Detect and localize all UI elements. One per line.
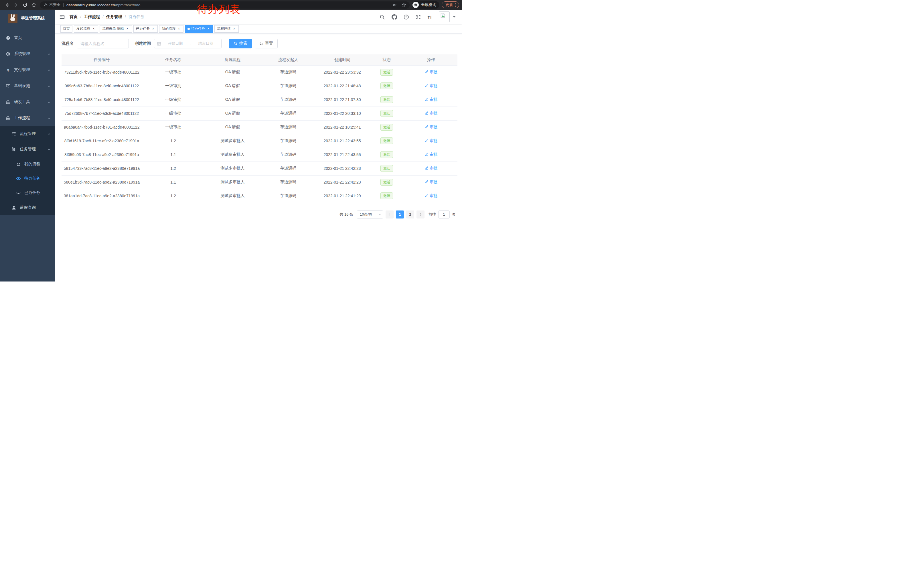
navbar: 首页/工作流程/任务管理/待办任务 TT [55,10,462,24]
tab-label: 我的流程 [162,26,176,31]
browser-update-button[interactable]: 更新 [442,2,459,8]
avatar-caret-icon[interactable] [453,16,456,19]
bookmark-star-icon[interactable] [402,3,406,7]
approve-button[interactable]: 审批 [425,125,438,130]
approve-button[interactable]: 审批 [425,138,438,144]
sidebar-item-org-tree[interactable]: 任务管理 [0,141,55,157]
approve-button[interactable]: 审批 [425,180,438,185]
password-key-icon[interactable] [393,3,397,7]
sidebar-item-user[interactable]: 请假查询 [0,200,55,215]
status-cell: 激活 [369,93,405,107]
text-size-icon[interactable]: TT [428,15,432,19]
approve-button[interactable]: 审批 [425,111,438,116]
browser-menu-icon[interactable] [455,3,456,7]
breadcrumb-item[interactable]: 首页 [69,14,78,20]
process-cell: 测试多审批人 [204,189,261,203]
github-icon[interactable] [392,14,397,20]
sidebar-item-yen[interactable]: ¥支付管理 [0,62,55,78]
incognito-label: 无痕模式 [421,2,436,8]
url-text[interactable]: dashboard.yudao.iocoder.cn/bpm/task/todo [66,3,390,7]
task-name-cell: 1.2 [142,162,205,175]
created-cell: 2022-01-21 22:42:23 [316,162,369,175]
end-date-input[interactable]: 结束日期 [193,41,219,46]
close-icon[interactable]: × [177,27,181,31]
reload-icon[interactable] [22,3,27,8]
update-label[interactable]: 更新 [446,2,453,8]
tab-active[interactable]: 待办任务× [185,25,213,33]
tab-item[interactable]: 首页 [60,25,72,33]
initiator-cell: 芋道源码 [261,175,316,189]
date-range-picker[interactable]: 开始日期 - 结束日期 [154,39,222,48]
tab-item[interactable]: 已办任务× [134,25,158,33]
close-icon[interactable]: × [206,27,210,31]
avatar[interactable] [439,12,450,23]
sidebar-item-toolbox[interactable]: 研发工具 [0,94,55,110]
edit-icon [425,180,429,185]
app-title: 芋道管理系统 [21,16,45,21]
app-logo[interactable]: 芋道管理系统 [0,10,55,27]
sidebar-item-eye-closed[interactable]: 已办任务 [0,186,55,200]
tab-item[interactable]: 我的流程× [159,25,183,33]
approve-button[interactable]: 审批 [425,193,438,198]
approve-button[interactable]: 审批 [425,166,438,171]
fullscreen-icon[interactable] [416,14,421,20]
question-icon[interactable] [404,14,409,20]
tab-item[interactable]: 流程详情× [214,25,239,33]
close-icon[interactable]: × [125,27,129,31]
tab-label: 流程表单-编辑 [102,26,124,31]
sidebar-item-dashboard[interactable]: 首页 [0,30,55,46]
initiator-cell: 芋道源码 [261,189,316,203]
initiator-cell: 芋道源码 [261,107,316,120]
next-page-button[interactable] [417,210,424,219]
sidebar-item-monitor[interactable]: 基础设施 [0,78,55,94]
approve-button[interactable]: 审批 [425,70,438,75]
edit-icon [425,111,429,116]
goto-page-input[interactable] [438,210,450,219]
dashboard-icon [6,36,10,41]
search-button[interactable]: 搜索 [229,39,252,48]
process-cell: OA 请假 [204,79,261,93]
start-date-input[interactable]: 开始日期 [162,41,188,46]
close-icon[interactable]: × [151,27,155,31]
chevron-down-icon [47,100,51,104]
security-label[interactable]: 不安全 [49,2,60,8]
home-icon[interactable] [32,3,36,8]
breadcrumb-item[interactable]: 工作流程 [84,14,100,20]
created-cell: 2022-01-22 21:48:48 [316,79,369,93]
status-cell: 激活 [369,175,405,189]
task-name-cell: 1.1 [142,175,205,189]
breadcrumb-item[interactable]: 任务管理 [106,14,122,20]
reset-button[interactable]: 重置 [255,39,278,48]
tab-item[interactable]: 流程表单-编辑× [100,25,132,33]
tab-item[interactable]: 发起流程× [74,25,98,33]
search-icon[interactable] [380,14,385,20]
table-row: 725a1eb6-7b88-11ec-8ef0-acde48001122一级审批… [62,93,458,107]
page-unit-label: 页 [452,212,456,217]
address-bar[interactable]: 不安全 dashboard.yudao.iocoder.cn/bpm/task/… [40,2,410,9]
breadcrumb-separator: / [125,15,126,19]
sidebar-item-eye-open[interactable]: 待办任务 [0,171,55,186]
task-name-cell: 1.2 [142,189,205,203]
page-number-button[interactable]: 2 [406,210,414,219]
sidebar-item-briefcase[interactable]: 工作流程 [0,110,55,126]
column-header: 创建时间 [316,54,369,65]
user-icon [12,205,16,210]
page-number-button[interactable]: 1 [396,210,404,219]
close-icon[interactable]: × [232,27,236,31]
process-name-input[interactable] [77,39,129,48]
sidebar-item-robot[interactable]: 我的流程 [0,157,55,171]
page-size-select[interactable]: 10条/页 [357,210,383,219]
initiator-cell: 芋道源码 [261,148,316,162]
sidebar-collapse-icon[interactable] [59,14,65,20]
initiator-cell: 芋道源码 [261,162,316,175]
back-icon[interactable] [5,3,10,8]
approve-button[interactable]: 审批 [425,83,438,89]
close-icon[interactable]: × [92,27,96,31]
chevron-down-icon [47,84,51,88]
process-cell: OA 请假 [204,107,261,120]
sidebar-item-gear[interactable]: 系统管理 [0,46,55,62]
approve-button[interactable]: 审批 [425,97,438,102]
sidebar-item-list-tree[interactable]: 流程管理 [0,126,55,141]
approve-button[interactable]: 审批 [425,152,438,157]
process-cell: 测试多审批人 [204,175,261,189]
